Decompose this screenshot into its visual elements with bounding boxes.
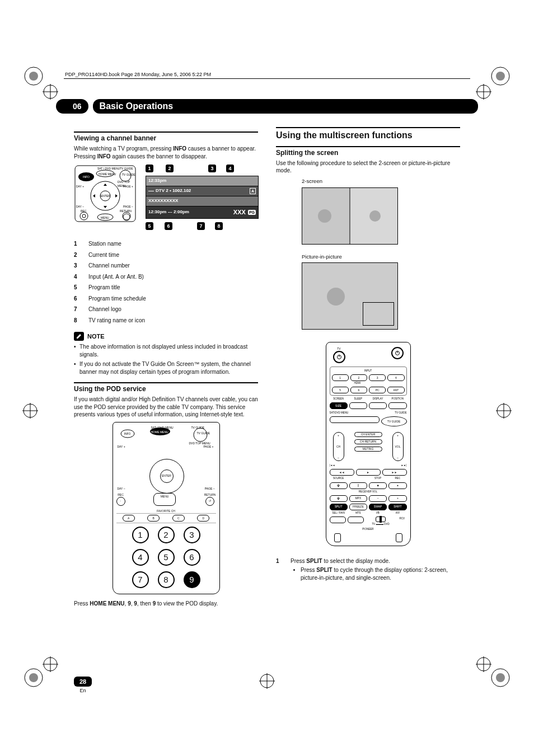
- fig-2screen-label: 2-screen: [302, 178, 460, 185]
- keypad-6: 6: [184, 549, 200, 566]
- page-number: 28: [74, 677, 92, 687]
- osd-channel: DTV 2 • 1002.102: [156, 188, 191, 194]
- crop-cross-mr: [496, 403, 512, 419]
- pip-inset: [363, 302, 394, 326]
- chapter-number-pill: 06: [56, 99, 88, 114]
- standby-icon: [391, 347, 404, 359]
- svg-point-1: [29, 72, 38, 81]
- crop-cross-ml: [22, 403, 38, 419]
- lbl-return: RETURN: [120, 209, 132, 213]
- splitting-para: Use the following procedure to select th…: [276, 159, 460, 175]
- note-header: NOTE: [74, 332, 258, 341]
- color-reg-mark-bl: [22, 666, 45, 689]
- chapter-title-box: Basic Operations: [93, 99, 478, 114]
- svg-point-46: [318, 209, 331, 223]
- crop-cross-tr: [476, 84, 491, 100]
- osd-rating: PG: [248, 210, 256, 215]
- svg-point-47: [369, 210, 381, 222]
- fig-pip-label: Picture-in-picture: [302, 253, 460, 261]
- pencil-icon: [74, 332, 84, 341]
- viewing-banner-heading: Viewing a channel banner: [74, 132, 258, 143]
- lbl-page-minus: PAGE –: [123, 205, 133, 209]
- keypad-5: 5: [158, 549, 175, 566]
- lbl-day-plus: DAY +: [76, 185, 84, 189]
- fig-pip: [302, 262, 398, 330]
- keypad-4: 4: [132, 549, 149, 566]
- svg-point-49: [327, 288, 345, 306]
- left-column: Viewing a channel banner While watching …: [74, 127, 258, 611]
- chapter-number: 06: [73, 102, 82, 111]
- chapter-header-row: 06 Basic Operations: [56, 99, 478, 114]
- keypad-7: 7: [132, 571, 149, 588]
- note-list: The above information is not displayed u…: [74, 343, 258, 375]
- page-sheet: PDP_PRO1140HD.book Page 28 Monday, June …: [56, 60, 478, 696]
- callout-4: 4: [226, 165, 234, 172]
- fig-2screen: [302, 187, 398, 245]
- svg-point-5: [29, 673, 38, 682]
- keypad-9: 9: [184, 571, 200, 588]
- callout-7: 7: [197, 222, 205, 230]
- lbl-menu: MENU: [101, 216, 109, 220]
- header-rule: [64, 78, 470, 79]
- vol-rocker: + VOL –: [392, 432, 404, 461]
- callout-2: 2: [166, 165, 174, 172]
- power-icon: [333, 351, 345, 363]
- osd-program-title: XXXXXXXXXX: [148, 198, 178, 204]
- lbl-rec: REC: [81, 209, 87, 213]
- page-footer: 28 En: [74, 677, 92, 693]
- pod-bottom-line: Press HOME MENU, 9, 9, then 9 to view th…: [74, 600, 258, 608]
- multiscreen-heading: Using the multiscreen functions: [276, 127, 460, 142]
- osd-banner-callouts: 1 2 3 4 12:33pm DTV 2 • 1002.102 A XXXXX…: [146, 165, 257, 233]
- color-reg-mark-tl: [22, 65, 45, 87]
- crop-cross-br: [476, 656, 491, 672]
- split-button: SPLIT: [330, 504, 348, 510]
- ch-rocker: + CH –: [333, 432, 344, 461]
- callout-5: 5: [146, 222, 153, 230]
- lbl-tvguide-top: TV GUIDE: [120, 167, 133, 171]
- book-header-line: PDP_PRO1140HD.book Page 28 Monday, June …: [65, 72, 478, 77]
- osd-logo: XXX: [233, 208, 246, 217]
- banner-figure: INFO: [74, 165, 258, 233]
- osd-schedule: 12:30pm --- 2:00pm: [148, 209, 189, 215]
- osd-time: 12:33pm: [148, 178, 166, 184]
- svg-point-42: [194, 428, 207, 442]
- callout-3: 3: [208, 165, 216, 172]
- lbl-page-plus: PAGE +: [123, 185, 133, 189]
- remote-full-figure: TV INPUT 1 2 3 4 HDMI 5: [326, 342, 411, 546]
- remote-number-figure: INFO SAT / DVD MENU HOME MENU TV GUIDE T…: [113, 422, 220, 595]
- keypad-8: 8: [158, 571, 175, 588]
- lbl-home-menu: HOME MENU: [99, 172, 116, 176]
- svg-text:INFO: INFO: [83, 175, 90, 179]
- osd-banner: 12:33pm DTV 2 • 1002.102 A XXXXXXXXXX 12…: [146, 176, 259, 219]
- keypad-3: 3: [184, 527, 200, 543]
- step-1: 1 Press SPLIT to select the display mode…: [276, 557, 460, 582]
- svg-point-3: [496, 72, 505, 81]
- color-reg-mark-br: [489, 666, 512, 689]
- osd-antenna: A: [250, 188, 256, 194]
- pod-heading: Using the POD service: [74, 382, 258, 393]
- splitting-heading: Splitting the screen: [276, 146, 460, 157]
- banner-legend: 1Station name 2Current time 3Channel num…: [74, 240, 258, 324]
- callout-6: 6: [165, 222, 172, 230]
- right-column: Using the multiscreen functions Splittin…: [276, 127, 460, 611]
- lbl-sat: SAT / DVD MENU: [97, 167, 120, 171]
- keypad-1: 1: [132, 527, 149, 543]
- chapter-title: Basic Operations: [100, 101, 174, 111]
- lbl-day-minus: DAY –: [76, 205, 84, 209]
- lbl-tvguide: TV GUIDE: [122, 173, 135, 176]
- viewing-banner-para: While watching a TV program, pressing IN…: [74, 145, 258, 160]
- remote-mini-figure: INFO: [74, 165, 137, 223]
- svg-point-7: [496, 673, 505, 682]
- callout-8: 8: [215, 222, 223, 230]
- lbl-enter: ENTER: [101, 194, 110, 198]
- keypad-2: 2: [158, 527, 175, 543]
- page-language: En: [74, 688, 92, 693]
- pod-para: If you watch digital and/or High Definit…: [74, 396, 258, 419]
- callout-1: 1: [146, 165, 153, 172]
- color-reg-mark-tr: [489, 65, 512, 87]
